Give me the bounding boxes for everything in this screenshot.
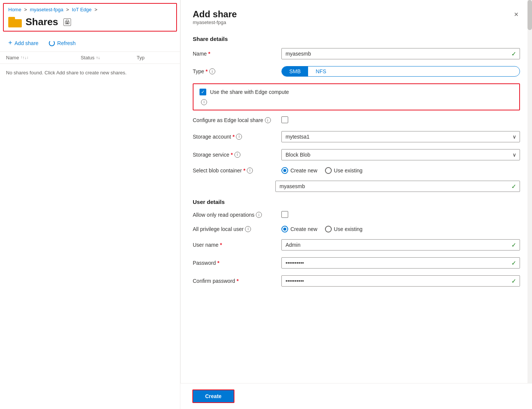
add-share-panel: Add share myasetest-fpga × Share details… [180, 0, 532, 409]
storage-account-required: * [233, 134, 234, 140]
storage-account-info-icon[interactable]: i [236, 134, 242, 140]
name-control: ✓ [281, 48, 520, 59]
confirm-password-input[interactable] [281, 275, 520, 287]
close-button[interactable]: × [512, 9, 520, 20]
nfs-toggle[interactable]: NFS [308, 66, 334, 76]
storage-account-row: Storage account * i mytestsa1 [193, 131, 520, 142]
toolbar: + Add share Refresh [0, 35, 180, 52]
create-new-radio[interactable] [281, 167, 288, 174]
password-label: Password * [193, 260, 275, 266]
edge-compute-checkbox[interactable]: ✓ [200, 89, 206, 95]
name-check-icon: ✓ [511, 50, 516, 57]
table-header: Name ↑↓ Status ↑↓ Typ [0, 52, 180, 64]
col-status-label: Status [81, 55, 95, 60]
edge-compute-box: ✓ Use the share with Edge compute i [193, 83, 520, 110]
storage-service-label: Storage service * i [193, 152, 275, 158]
blob-container-label: Select blob container * i [193, 168, 275, 174]
drawer-header: Add share myasetest-fpga × [193, 9, 520, 33]
storage-account-control: mytestsa1 [281, 131, 520, 142]
create-new-option[interactable]: Create new [281, 167, 317, 174]
use-existing-option[interactable]: Use existing [325, 167, 363, 174]
username-check-icon: ✓ [511, 241, 516, 248]
password-input[interactable] [281, 257, 520, 269]
storage-service-row: Storage service * i Block Blob [193, 149, 520, 160]
privilege-use-existing-radio[interactable] [325, 226, 332, 232]
read-ops-info-icon[interactable]: i [256, 212, 262, 218]
username-row: User name * ✓ [193, 239, 520, 251]
use-existing-label: Use existing [334, 168, 363, 174]
storage-service-info-icon[interactable]: i [234, 152, 240, 158]
username-input[interactable] [281, 239, 520, 251]
blob-container-check-icon: ✓ [511, 183, 516, 190]
privilege-user-row: All privilege local user i Create new Us… [193, 226, 520, 232]
add-share-label: Add share [15, 40, 39, 46]
blob-container-input-control: ✓ [275, 181, 520, 192]
scroll-thumb[interactable] [527, 0, 532, 30]
left-panel: Home > myasetest-fpga > IoT Edge > Share… [0, 0, 180, 409]
privilege-use-existing-option[interactable]: Use existing [325, 226, 363, 232]
blob-container-input-offset [193, 181, 275, 192]
username-control: ✓ [281, 239, 520, 251]
edge-compute-info-icon[interactable]: i [201, 99, 207, 105]
type-info-icon[interactable]: i [209, 68, 215, 74]
breadcrumb: Home > myasetest-fpga > IoT Edge > [8, 7, 172, 15]
type-control: SMB NFS [281, 66, 520, 77]
smb-toggle[interactable]: SMB [282, 66, 308, 76]
col-type-label: Typ [137, 55, 145, 60]
drawer-subtitle: myasetest-fpga [193, 20, 237, 25]
status-sort-icon[interactable]: ↑↓ [96, 56, 100, 60]
edge-local-info-icon[interactable]: i [265, 117, 271, 123]
edge-compute-label: Use the share with Edge compute [210, 89, 289, 95]
create-new-label: Create new [290, 168, 317, 174]
blob-container-info-icon[interactable]: i [247, 168, 253, 174]
storage-service-control: Block Blob [281, 149, 520, 160]
drawer-title: Add share [193, 9, 237, 20]
blob-container-required: * [243, 168, 245, 174]
create-button[interactable]: Create [192, 389, 234, 403]
storage-service-select[interactable]: Block Blob [281, 149, 520, 160]
name-row: Name * ✓ [193, 48, 520, 59]
privilege-user-label: All privilege local user i [193, 226, 275, 232]
privilege-use-existing-label: Use existing [334, 226, 363, 232]
page-title: Shares [26, 16, 58, 28]
breadcrumb-home[interactable]: Home [8, 7, 21, 12]
privilege-user-info-icon[interactable]: i [245, 226, 251, 232]
type-required: * [206, 68, 207, 74]
plus-icon: + [8, 39, 12, 47]
use-existing-radio[interactable] [325, 167, 332, 174]
privilege-create-new-option[interactable]: Create new [281, 226, 317, 232]
blob-container-options: Create new Use existing [281, 167, 520, 174]
read-ops-checkbox[interactable] [281, 211, 288, 218]
breadcrumb-sep3: > [94, 7, 97, 12]
confirm-password-label: Confirm password * [193, 278, 275, 284]
privilege-create-new-radio[interactable] [281, 226, 288, 232]
username-label: User name * [193, 242, 275, 248]
password-required: * [217, 260, 219, 266]
type-toggle: SMB NFS [281, 66, 520, 77]
create-btn-wrapper: Create [180, 383, 532, 409]
breadcrumb-resource[interactable]: myasetest-fpga [30, 7, 63, 12]
blob-container-input[interactable] [275, 181, 520, 192]
edge-local-label: Configure as Edge local share i [193, 117, 275, 123]
edge-local-checkbox[interactable] [281, 116, 288, 123]
print-icon[interactable] [63, 18, 71, 26]
read-ops-control [281, 211, 520, 219]
edge-local-control [281, 116, 520, 124]
edge-compute-row: ✓ Use the share with Edge compute [200, 89, 513, 95]
breadcrumb-section[interactable]: IoT Edge [72, 7, 92, 12]
confirm-password-control: ✓ [281, 275, 520, 287]
breadcrumb-sep2: > [66, 7, 70, 12]
refresh-label: Refresh [57, 40, 76, 46]
name-label: Name * [193, 51, 275, 57]
blob-container-input-row: ✓ [193, 181, 520, 192]
refresh-button[interactable]: Refresh [47, 39, 78, 48]
scrollbar[interactable] [527, 0, 532, 409]
name-input[interactable] [281, 48, 520, 59]
user-details-section: User details [193, 199, 520, 205]
confirm-password-check-icon: ✓ [511, 277, 516, 284]
name-sort-icon[interactable]: ↑↓ [21, 56, 29, 60]
password-row: Password * ✓ [193, 257, 520, 269]
add-share-button[interactable]: + Add share [6, 38, 41, 48]
storage-service-required: * [231, 152, 233, 158]
storage-account-select[interactable]: mytestsa1 [281, 131, 520, 142]
